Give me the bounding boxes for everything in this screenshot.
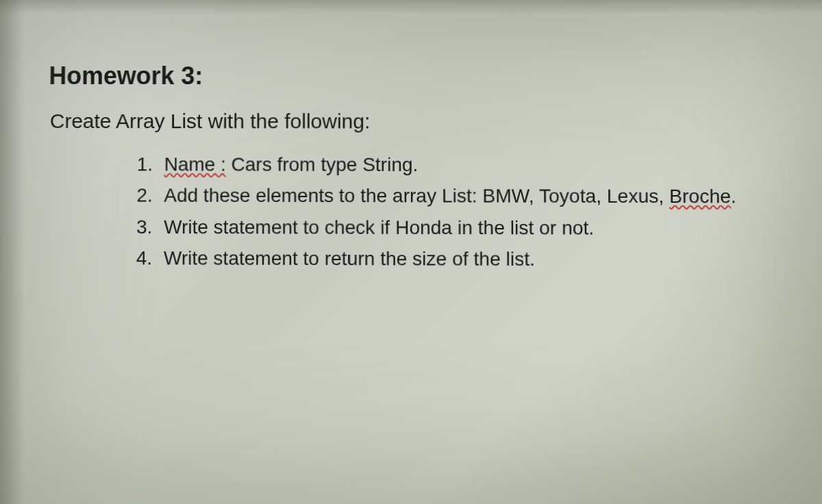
list-item: Add these elements to the array List: BM…: [136, 181, 777, 212]
homework-list: Name : Cars from type String. Add these …: [47, 149, 778, 275]
spellcheck-underline: Name :: [164, 153, 226, 175]
list-item-text: Write statement to return the size of th…: [164, 247, 535, 270]
list-item-text: Add these elements to the array List: BM…: [164, 185, 669, 207]
list-item: Write statement to return the size of th…: [136, 243, 778, 275]
homework-title: Homework 3:: [49, 62, 776, 91]
homework-subtitle: Create Array List with the following:: [49, 110, 777, 134]
spellcheck-underline: Broche: [669, 186, 731, 207]
list-item-text: Write statement to check if Honda in the…: [164, 216, 594, 239]
document-page: Homework 3: Create Array List with the f…: [0, 0, 822, 305]
list-item: Name : Cars from type String.: [137, 149, 777, 180]
list-item: Write statement to check if Honda in the…: [136, 212, 778, 243]
list-item-text: .: [731, 186, 736, 207]
list-item-text: Cars from type String.: [226, 153, 419, 175]
